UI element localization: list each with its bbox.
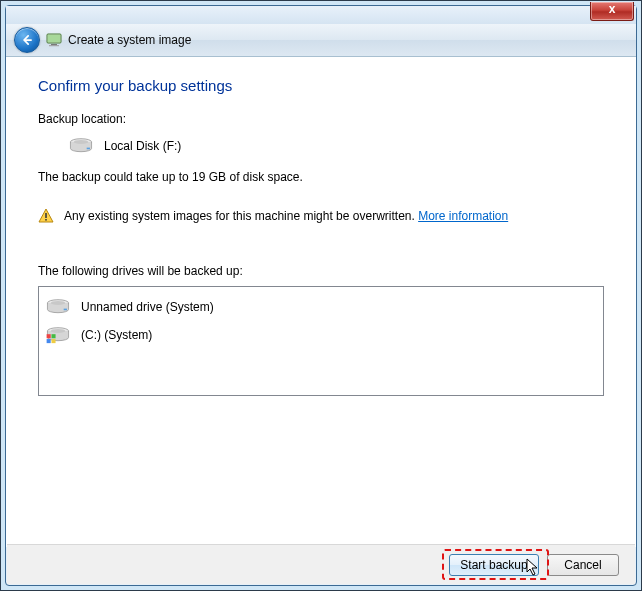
navigation-bar: Create a system image bbox=[6, 24, 636, 57]
backup-location-label: Backup location: bbox=[38, 112, 604, 126]
hard-disk-icon bbox=[68, 136, 94, 156]
warning-text-group: Any existing system images for this mach… bbox=[64, 209, 508, 223]
drives-list-box: Unnamed drive (System) (C:) (System) bbox=[38, 286, 604, 396]
drive-name: (C:) (System) bbox=[81, 328, 152, 342]
list-item: Unnamed drive (System) bbox=[45, 293, 597, 321]
svg-rect-18 bbox=[52, 339, 56, 343]
wizard-title-group: Create a system image bbox=[46, 32, 191, 48]
svg-rect-15 bbox=[47, 334, 51, 338]
screenshot-frame: x Create a system image Con bbox=[0, 0, 642, 591]
close-button[interactable]: x bbox=[590, 2, 634, 21]
page-heading: Confirm your backup settings bbox=[38, 77, 604, 94]
warning-icon bbox=[38, 208, 54, 224]
start-backup-button[interactable]: Start backup bbox=[449, 554, 539, 576]
svg-rect-2 bbox=[48, 35, 60, 42]
close-icon: x bbox=[609, 2, 616, 16]
drive-name: Unnamed drive (System) bbox=[81, 300, 214, 314]
wizard-window: x Create a system image Con bbox=[5, 5, 637, 586]
footer-button-bar: Start backup Cancel bbox=[7, 544, 635, 584]
svg-rect-7 bbox=[87, 148, 90, 150]
warning-row: Any existing system images for this mach… bbox=[38, 208, 604, 224]
arrow-left-icon bbox=[20, 33, 34, 47]
svg-point-14 bbox=[51, 329, 66, 333]
cancel-label: Cancel bbox=[564, 558, 601, 572]
size-estimate-text: The backup could take up to 19 GB of dis… bbox=[38, 170, 604, 184]
svg-rect-17 bbox=[47, 339, 51, 343]
start-backup-label: Start backup bbox=[460, 558, 527, 572]
hard-disk-icon bbox=[45, 297, 71, 317]
wizard-title-text: Create a system image bbox=[68, 33, 191, 47]
svg-rect-3 bbox=[51, 44, 57, 45]
list-item: (C:) (System) bbox=[45, 321, 597, 349]
titlebar: x bbox=[6, 6, 636, 24]
drives-list-label: The following drives will be backed up: bbox=[38, 264, 604, 278]
cancel-button[interactable]: Cancel bbox=[547, 554, 619, 576]
backup-location-row: Local Disk (F:) bbox=[38, 136, 604, 156]
back-button[interactable] bbox=[14, 27, 40, 53]
svg-rect-4 bbox=[49, 45, 59, 46]
more-information-link[interactable]: More information bbox=[418, 209, 508, 223]
svg-point-11 bbox=[51, 301, 66, 305]
svg-rect-9 bbox=[45, 219, 47, 221]
content-area: Confirm your backup settings Backup loca… bbox=[6, 57, 636, 547]
windows-disk-icon bbox=[45, 325, 71, 345]
warning-text: Any existing system images for this mach… bbox=[64, 209, 418, 223]
svg-rect-16 bbox=[52, 334, 56, 338]
svg-rect-8 bbox=[45, 213, 47, 218]
svg-rect-12 bbox=[64, 309, 67, 311]
backup-disk-name: Local Disk (F:) bbox=[104, 139, 181, 153]
svg-point-6 bbox=[74, 140, 89, 144]
system-image-icon bbox=[46, 32, 62, 48]
